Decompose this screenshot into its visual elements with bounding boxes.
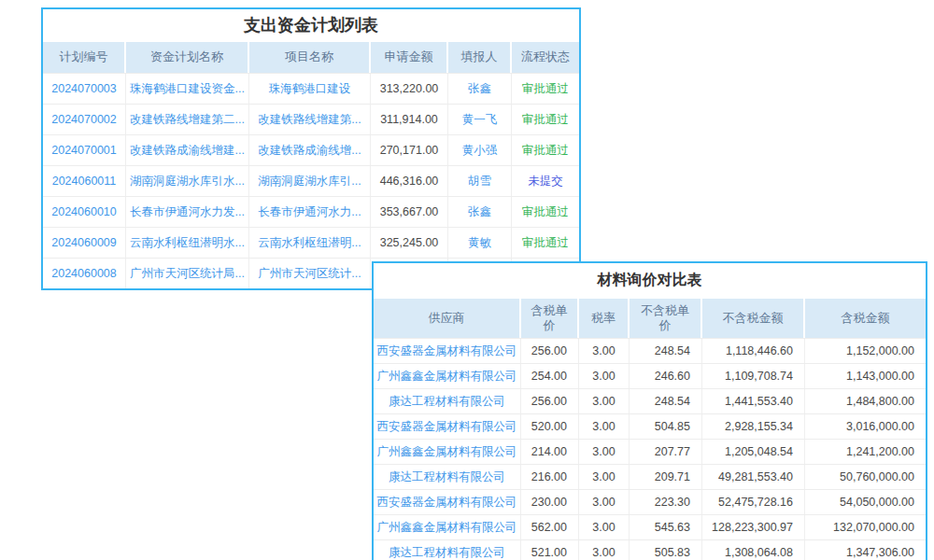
- column-header: 不含税单价: [630, 299, 702, 338]
- status-cell: 未提交: [512, 166, 579, 196]
- price-without-tax-cell: 505.83: [630, 540, 702, 560]
- price-with-tax-cell: 254.00: [521, 364, 579, 388]
- supplier-cell[interactable]: 康达工程材料有限公司: [374, 389, 521, 413]
- table-row[interactable]: 西安盛器金属材料有限公司520.003.00504.852,928,155.34…: [374, 413, 926, 439]
- expense-plan-body: 2024070003珠海鹤港口建设资金...珠海鹤港口建设313,220.00张…: [43, 73, 579, 288]
- price-with-tax-cell: 214.00: [521, 440, 579, 464]
- table-row[interactable]: 西安盛器金属材料有限公司256.003.00248.541,118,446.60…: [374, 338, 926, 363]
- column-header: 不含税金额: [702, 299, 805, 338]
- project-name-cell[interactable]: 湖南洞庭湖水库引...: [249, 166, 371, 196]
- reporter-cell[interactable]: 胡雪: [448, 166, 512, 196]
- amount-with-tax-cell: 1,241,200.00: [805, 440, 926, 464]
- price-with-tax-cell: 256.00: [521, 339, 579, 363]
- supplier-cell[interactable]: 广州鑫鑫金属材料有限公司: [374, 364, 521, 388]
- reporter-cell[interactable]: 张鑫: [448, 197, 512, 227]
- project-name-cell[interactable]: 广州市天河区统计...: [249, 259, 371, 288]
- plan-no-cell[interactable]: 2024070001: [43, 135, 126, 165]
- plan-no-cell[interactable]: 2024060011: [43, 166, 126, 196]
- status-cell: 审批通过: [512, 74, 579, 104]
- tax-rate-cell: 3.00: [579, 515, 630, 539]
- expense-plan-title: 支出资金计划列表: [43, 9, 579, 40]
- reporter-cell[interactable]: 黄敏: [448, 228, 512, 258]
- status-cell: 审批通过: [512, 228, 579, 258]
- amount-cell: 325,245.00: [371, 228, 448, 258]
- amount-with-tax-cell: 1,152,000.00: [805, 339, 926, 363]
- supplier-cell[interactable]: 西安盛器金属材料有限公司: [374, 414, 521, 439]
- table-row[interactable]: 西安盛器金属材料有限公司230.003.00223.3052,475,728.1…: [374, 489, 926, 514]
- supplier-cell[interactable]: 广州鑫鑫金属材料有限公司: [374, 515, 521, 539]
- project-name-cell[interactable]: 长春市伊通河水力...: [249, 197, 371, 227]
- plan-no-cell[interactable]: 2024060009: [43, 228, 126, 258]
- table-row[interactable]: 广州鑫鑫金属材料有限公司214.003.00207.771,205,048.54…: [374, 439, 926, 464]
- amount-with-tax-cell: 1,347,306.00: [805, 540, 926, 560]
- table-row[interactable]: 2024070001改建铁路成渝线增建...改建铁路成渝线增...270,171…: [43, 134, 579, 165]
- supplier-cell[interactable]: 西安盛器金属材料有限公司: [374, 490, 521, 514]
- column-header: 申请金额: [371, 42, 448, 73]
- material-inquiry-body: 西安盛器金属材料有限公司256.003.00248.541,118,446.60…: [374, 338, 926, 560]
- plan-name-cell[interactable]: 改建铁路成渝线增建...: [126, 135, 249, 165]
- amount-without-tax-cell: 1,109,708.74: [702, 364, 805, 388]
- plan-name-cell[interactable]: 长春市伊通河水力发...: [126, 197, 249, 227]
- table-row[interactable]: 2024070003珠海鹤港口建设资金...珠海鹤港口建设313,220.00张…: [43, 73, 579, 104]
- amount-cell: 313,220.00: [371, 74, 448, 104]
- table-row[interactable]: 2024060011湖南洞庭湖水库引水...湖南洞庭湖水库引...446,316…: [43, 165, 579, 196]
- amount-cell: 353,667.00: [371, 197, 448, 227]
- supplier-cell[interactable]: 广州鑫鑫金属材料有限公司: [374, 440, 521, 464]
- amount-with-tax-cell: 132,070,000.00: [805, 515, 926, 539]
- tax-rate-cell: 3.00: [579, 364, 630, 388]
- project-name-cell[interactable]: 云南水利枢纽潜明...: [249, 228, 371, 258]
- material-inquiry-title: 材料询价对比表: [374, 263, 926, 297]
- price-with-tax-cell: 562.00: [521, 515, 579, 539]
- supplier-cell[interactable]: 康达工程材料有限公司: [374, 465, 521, 489]
- column-header: 税率: [579, 299, 630, 338]
- plan-no-cell[interactable]: 2024060008: [43, 259, 126, 288]
- plan-name-cell[interactable]: 云南水利枢纽潜明水...: [126, 228, 249, 258]
- table-row[interactable]: 康达工程材料有限公司216.003.00209.7149,281,553.405…: [374, 464, 926, 489]
- price-without-tax-cell: 209.71: [630, 465, 702, 489]
- price-with-tax-cell: 230.00: [521, 490, 579, 514]
- amount-without-tax-cell: 1,441,553.40: [702, 389, 805, 413]
- table-row[interactable]: 广州鑫鑫金属材料有限公司562.003.00545.63128,223,300.…: [374, 514, 926, 539]
- supplier-cell[interactable]: 西安盛器金属材料有限公司: [374, 339, 521, 363]
- plan-no-cell[interactable]: 2024070002: [43, 105, 126, 134]
- table-row[interactable]: 康达工程材料有限公司256.003.00248.541,441,553.401,…: [374, 388, 926, 413]
- price-with-tax-cell: 521.00: [521, 540, 579, 560]
- amount-without-tax-cell: 49,281,553.40: [702, 465, 805, 489]
- plan-name-cell[interactable]: 广州市天河区统计局...: [126, 259, 249, 288]
- plan-no-cell[interactable]: 2024060010: [43, 197, 126, 227]
- plan-no-cell[interactable]: 2024070003: [43, 74, 126, 104]
- plan-name-cell[interactable]: 湖南洞庭湖水库引水...: [126, 166, 249, 196]
- tax-rate-cell: 3.00: [579, 339, 630, 363]
- price-without-tax-cell: 246.60: [630, 364, 702, 388]
- reporter-cell[interactable]: 黄一飞: [448, 105, 512, 134]
- price-without-tax-cell: 207.77: [630, 440, 702, 464]
- project-name-cell[interactable]: 改建铁路线增建第...: [249, 105, 371, 134]
- column-header: 供应商: [374, 299, 521, 338]
- amount-without-tax-cell: 1,118,446.60: [702, 339, 805, 363]
- material-inquiry-header-row: 供应商含税单价税率不含税单价不含税金额含税金额: [374, 297, 926, 338]
- reporter-cell[interactable]: 黄小强: [448, 135, 512, 165]
- amount-cell: 446,316.00: [371, 166, 448, 196]
- plan-name-cell[interactable]: 珠海鹤港口建设资金...: [126, 74, 249, 104]
- table-row[interactable]: 广州鑫鑫金属材料有限公司254.003.00246.601,109,708.74…: [374, 363, 926, 388]
- amount-with-tax-cell: 1,484,800.00: [805, 389, 926, 413]
- amount-without-tax-cell: 128,223,300.97: [702, 515, 805, 539]
- table-row[interactable]: 2024060010长春市伊通河水力发...长春市伊通河水力...353,667…: [43, 196, 579, 227]
- expense-plan-panel: 支出资金计划列表 计划编号资金计划名称项目名称申请金额填报人流程状态 20240…: [41, 7, 581, 290]
- supplier-cell[interactable]: 康达工程材料有限公司: [374, 540, 521, 560]
- table-row[interactable]: 康达工程材料有限公司521.003.00505.831,308,064.081,…: [374, 539, 926, 560]
- price-with-tax-cell: 256.00: [521, 389, 579, 413]
- status-cell: 审批通过: [512, 197, 579, 227]
- reporter-cell[interactable]: 张鑫: [448, 74, 512, 104]
- amount-with-tax-cell: 50,760,000.00: [805, 465, 926, 489]
- amount-without-tax-cell: 1,308,064.08: [702, 540, 805, 560]
- amount-without-tax-cell: 2,928,155.34: [702, 414, 805, 439]
- plan-name-cell[interactable]: 改建铁路线增建第二...: [126, 105, 249, 134]
- project-name-cell[interactable]: 珠海鹤港口建设: [249, 74, 371, 104]
- column-header: 流程状态: [512, 42, 579, 73]
- tax-rate-cell: 3.00: [579, 414, 630, 439]
- project-name-cell[interactable]: 改建铁路成渝线增...: [249, 135, 371, 165]
- table-row[interactable]: 2024060009云南水利枢纽潜明水...云南水利枢纽潜明...325,245…: [43, 227, 579, 258]
- amount-cell: 311,914.00: [371, 105, 448, 134]
- table-row[interactable]: 2024070002改建铁路线增建第二...改建铁路线增建第...311,914…: [43, 104, 579, 134]
